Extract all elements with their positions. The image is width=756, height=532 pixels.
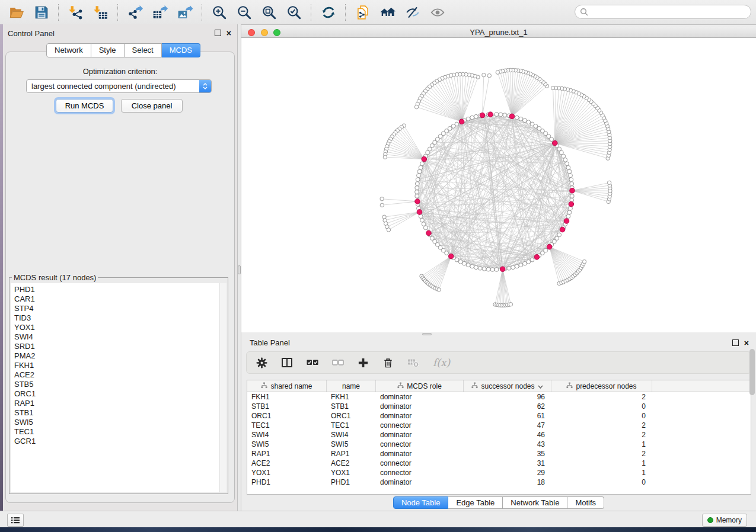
network-node[interactable] [570, 182, 574, 186]
network-node[interactable] [551, 86, 554, 89]
network-node[interactable] [415, 186, 419, 190]
network-node[interactable] [563, 158, 567, 162]
column-header-name[interactable]: name [327, 380, 376, 392]
column-header-MCDS-role[interactable]: MCDS role [376, 380, 464, 392]
close-panel-icon[interactable]: × [744, 340, 749, 346]
network-node[interactable] [420, 218, 425, 222]
mcds-result-item[interactable]: TEC1 [11, 427, 227, 437]
network-node[interactable] [482, 267, 486, 271]
close-panel-icon[interactable]: × [227, 30, 231, 36]
network-node[interactable] [482, 73, 486, 76]
mcds-hub-node[interactable] [553, 140, 558, 146]
network-node[interactable] [569, 206, 573, 210]
export-image-icon[interactable] [176, 4, 194, 21]
network-canvas[interactable] [241, 38, 756, 332]
float-panel-icon[interactable] [215, 30, 221, 36]
task-list-button[interactable] [7, 514, 24, 527]
network-node[interactable] [499, 113, 503, 117]
mcds-result-item[interactable]: CAR1 [11, 294, 227, 304]
network-node[interactable] [486, 267, 490, 271]
network-node[interactable] [566, 214, 570, 219]
settings-icon[interactable] [256, 357, 267, 368]
mcds-hub-node[interactable] [422, 156, 427, 162]
mcds-hub-node[interactable] [417, 210, 422, 215]
network-node[interactable] [437, 288, 441, 291]
network-node[interactable] [466, 263, 470, 267]
network-node[interactable] [515, 264, 519, 268]
network-node[interactable] [445, 251, 449, 255]
mcds-hub-node[interactable] [570, 188, 575, 193]
delete-column-icon[interactable] [382, 357, 394, 368]
network-node[interactable] [415, 194, 419, 198]
network-node[interactable] [527, 120, 531, 124]
network-node[interactable] [523, 118, 527, 123]
optimization-criterion-select[interactable]: largest connected component (undirected) [26, 79, 212, 93]
show-panel-icon[interactable] [429, 4, 446, 21]
zoom-in-icon[interactable] [210, 4, 228, 21]
network-node[interactable] [523, 261, 527, 265]
mcds-hub-node[interactable] [560, 227, 565, 232]
table-row[interactable]: SWI5SWI5connector431 [247, 440, 751, 449]
network-node[interactable] [527, 259, 531, 264]
network-node[interactable] [417, 169, 422, 174]
splitter-handle[interactable] [238, 265, 241, 274]
table-row[interactable]: ACE2ACE2connector311 [247, 459, 751, 468]
mcds-hub-node[interactable] [569, 201, 574, 207]
float-panel-icon[interactable] [732, 339, 739, 346]
export-network-icon[interactable] [126, 4, 144, 21]
mcds-list-scrollbar[interactable] [219, 283, 227, 492]
mcds-hub-node[interactable] [459, 119, 464, 124]
close-panel-button[interactable]: Close panel [121, 99, 183, 113]
network-node[interactable] [419, 214, 423, 219]
split-columns-icon[interactable] [281, 357, 293, 368]
clone-network-icon[interactable] [354, 4, 372, 21]
table-row[interactable]: ORC1ORC1dominator610 [247, 411, 751, 421]
mcds-result-item[interactable]: YOX1 [11, 323, 227, 332]
mcds-hub-node[interactable] [500, 267, 505, 272]
mcds-result-item[interactable]: FKH1 [11, 361, 227, 370]
network-node[interactable] [470, 264, 474, 268]
mcds-result-item[interactable]: STB5 [11, 380, 227, 389]
node-table[interactable]: shared namenameMCDS rolesuccessor nodesp… [247, 380, 751, 495]
network-node[interactable] [607, 181, 611, 184]
network-node[interactable] [478, 266, 482, 270]
network-node[interactable] [415, 190, 419, 194]
network-node[interactable] [507, 266, 511, 270]
network-node[interactable] [419, 165, 423, 169]
network-node[interactable] [530, 122, 534, 126]
mcds-hub-node[interactable] [480, 113, 485, 118]
mcds-hub-node[interactable] [488, 112, 493, 117]
network-node[interactable] [511, 265, 515, 270]
network-node[interactable] [503, 113, 507, 117]
tab-edge-table[interactable]: Edge Table [448, 496, 503, 509]
network-window-titlebar[interactable]: YPA_prune.txt_1 [241, 27, 756, 38]
network-node[interactable] [380, 203, 384, 207]
refresh-icon[interactable] [320, 4, 337, 21]
tab-select[interactable]: Select [125, 43, 162, 57]
network-node[interactable] [423, 226, 428, 230]
table-row[interactable]: SWI4SWI4dominator462 [247, 430, 751, 440]
run-mcds-button[interactable]: Run MCDS [56, 99, 113, 113]
network-node[interactable] [566, 165, 570, 169]
tab-mcds[interactable]: MCDS [162, 43, 200, 57]
network-node[interactable] [470, 116, 474, 120]
tab-network-table[interactable]: Network Table [503, 496, 567, 509]
network-node[interactable] [495, 268, 499, 272]
tab-network[interactable]: Network [46, 43, 91, 57]
mcds-hub-node[interactable] [415, 199, 420, 204]
column-header-predecessor-nodes[interactable]: predecessor nodes [551, 380, 652, 392]
search-input[interactable] [588, 7, 746, 17]
network-node[interactable] [544, 248, 548, 252]
mcds-result-item[interactable]: STP4 [11, 304, 227, 313]
network-node[interactable] [569, 174, 573, 178]
network-node[interactable] [490, 268, 495, 272]
network-node[interactable] [557, 233, 562, 237]
mcds-result-item[interactable]: ACE2 [11, 370, 227, 380]
import-network-icon[interactable] [67, 4, 85, 21]
mcds-result-item[interactable]: ORC1 [11, 389, 227, 399]
network-node[interactable] [380, 197, 384, 201]
sort-desc-icon[interactable] [538, 382, 543, 390]
mcds-result-item[interactable]: SWI5 [11, 418, 227, 427]
mcds-hub-node[interactable] [534, 255, 540, 260]
mcds-result-item[interactable]: SWI4 [11, 332, 227, 342]
